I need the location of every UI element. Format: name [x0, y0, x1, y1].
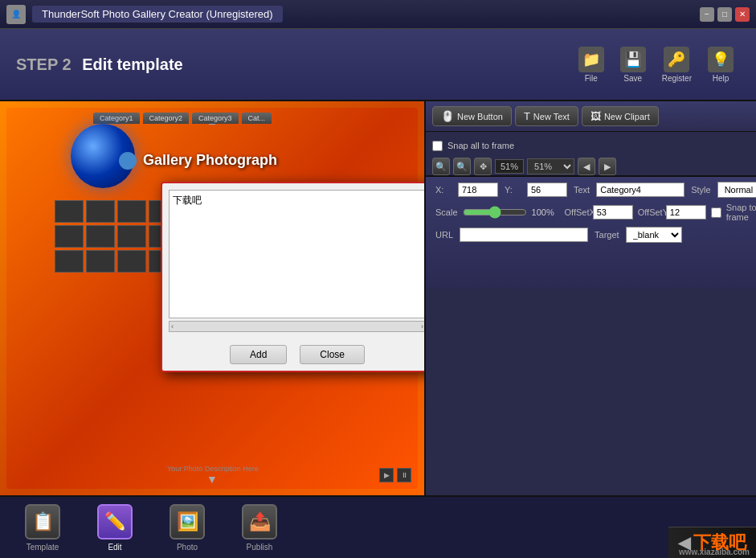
snap-to-frame-checkbox[interactable]: [711, 207, 721, 218]
step-label: Edit template: [82, 55, 183, 73]
title-bar: 👤 ThunderSoft Photo Gallery Creator (Unr…: [0, 0, 756, 29]
app-title: ThunderSoft Photo Gallery Creator (Unreg…: [32, 6, 283, 23]
text-dialog: 下载吧 ‹ › Add Close: [161, 182, 426, 372]
thumb-10[interactable]: [86, 250, 115, 273]
zoom-select[interactable]: 51% 25% 50% 75% 100%: [527, 158, 574, 174]
zoom-display: 51%: [495, 159, 524, 174]
photo-tab-label: Photo: [177, 543, 198, 552]
canvas-preview: ▲ Category1 Category2 Category3 Cat... G…: [0, 101, 426, 495]
zoom-move-icon[interactable]: ✥: [474, 158, 492, 175]
help-label: Help: [713, 74, 729, 83]
add-button[interactable]: Add: [230, 345, 287, 364]
prop-row-1: X: Y: Text Style Normal Bold Italic Bold…: [435, 182, 756, 198]
text-label: Text: [574, 185, 590, 195]
tab-publish[interactable]: 📤 Publish: [223, 501, 296, 555]
tab-category4[interactable]: Cat...: [242, 113, 272, 124]
down-arrow-icon[interactable]: ▼: [206, 473, 218, 486]
thumb-2[interactable]: [86, 200, 115, 223]
dialog-buttons: Add Close: [162, 338, 426, 371]
preview-photo-desc: Your Photo Description Here: [167, 465, 259, 473]
button-toolbar: 🖱️ New Button T New Text 🖼 New Clipart: [426, 101, 756, 132]
offsetx-label: OffSetX: [565, 207, 588, 217]
save-button[interactable]: 💾 Save: [614, 43, 652, 86]
tab-edit[interactable]: ✏️ Edit: [79, 501, 151, 555]
app-icon: 👤: [6, 5, 26, 24]
rp-top: Snap all to frame 🔒 ▲ ▼ 👁 🗑 🔍 🔍 ✥ 51%: [426, 132, 756, 175]
properties-bar: X: Y: Text Style Normal Bold Italic Bold…: [426, 175, 756, 289]
file-button[interactable]: 📁 File: [572, 43, 611, 86]
new-clipart-btn[interactable]: 🖼 New Clipart: [582, 106, 659, 126]
watermark-url: www.xiazaiba.com: [679, 548, 750, 556]
scale-slider[interactable]: [463, 206, 527, 219]
minimize-button[interactable]: −: [700, 7, 714, 22]
snap-row: Snap all to frame 🔒 ▲ ▼ 👁 🗑: [432, 137, 756, 154]
style-label: Style: [691, 185, 710, 195]
dialog-close-button[interactable]: Close: [300, 345, 365, 364]
preview-tabs: Category1 Category2 Category3 Cat...: [87, 108, 418, 124]
url-input[interactable]: [460, 228, 588, 242]
content-area: ▲ Category1 Category2 Category3 Cat... G…: [0, 101, 756, 495]
url-row: URL Target _blank _self _parent _top: [435, 227, 756, 243]
thumb-6[interactable]: [86, 225, 115, 248]
text-icon: T: [524, 110, 530, 122]
toolbar-buttons: 📁 File 💾 Save 🔑 Register 💡 Help: [572, 43, 740, 86]
edit-icon: ✏️: [97, 504, 133, 540]
zoom-in-btn[interactable]: 🔍: [432, 158, 450, 175]
thumb-5[interactable]: [55, 225, 84, 248]
thumb-1[interactable]: [55, 200, 84, 223]
clipart-icon: 🖼: [590, 110, 601, 122]
style-select[interactable]: Normal Bold Italic Bold Italic: [717, 182, 756, 198]
preview-gallery-title: Gallery Photograph: [143, 152, 277, 169]
dialog-textarea[interactable]: 下载吧: [169, 190, 426, 318]
y-label: Y:: [505, 185, 521, 195]
edit-tab-label: Edit: [108, 543, 121, 552]
target-label: Target: [595, 230, 619, 240]
x-label: X:: [435, 185, 452, 195]
play-button[interactable]: ▶: [379, 468, 394, 482]
close-button[interactable]: ✕: [735, 7, 750, 22]
x-input[interactable]: [458, 183, 498, 197]
dialog-overlay: 下载吧 ‹ › Add Close: [161, 182, 426, 372]
register-button[interactable]: 🔑 Register: [656, 43, 698, 86]
new-text-btn[interactable]: T New Text: [515, 106, 578, 126]
tab-template[interactable]: 📋 Template: [6, 501, 79, 555]
preview-bottom-controls: ▶ ⏸: [379, 468, 411, 482]
new-clipart-label: New Clipart: [604, 112, 650, 121]
help-icon: 💡: [708, 47, 734, 72]
thumb-11[interactable]: [117, 250, 146, 273]
offsety-input[interactable]: [666, 205, 706, 220]
save-label: Save: [623, 74, 642, 83]
thumb-3[interactable]: [117, 200, 146, 223]
cursor-icon: 🖱️: [441, 110, 454, 122]
zoom-prev-btn[interactable]: ◀: [578, 158, 595, 175]
text-input[interactable]: [596, 183, 684, 197]
thumb-9[interactable]: [55, 250, 84, 273]
window-controls: − □ ✕: [700, 7, 750, 22]
thumbnail-grid: [55, 200, 178, 273]
target-select[interactable]: _blank _self _parent _top: [626, 227, 682, 243]
offsety-label: OffSetY: [638, 207, 661, 217]
scale-value: 100%: [532, 207, 560, 217]
zoom-next-btn[interactable]: ▶: [599, 158, 616, 175]
y-input[interactable]: [527, 183, 567, 197]
tab-photo[interactable]: 🖼️ Photo: [151, 501, 223, 555]
step-number: STEP 2: [16, 55, 72, 73]
main-area: STEP 2 Edit template 📁 File 💾 Save 🔑 Reg…: [0, 29, 756, 558]
maximize-button[interactable]: □: [717, 7, 732, 22]
offsetx-input[interactable]: [593, 205, 633, 220]
help-button[interactable]: 💡 Help: [701, 43, 740, 86]
snap-to-frame-label: Snap to frame: [726, 203, 756, 222]
thumb-7[interactable]: [117, 225, 146, 248]
pause-button[interactable]: ⏸: [397, 468, 411, 482]
zoom-out-btn[interactable]: 🔍: [453, 158, 471, 175]
scale-label: Scale: [435, 207, 458, 217]
snap-all-checkbox[interactable]: [432, 141, 443, 151]
scroll-left-icon: ‹: [171, 322, 174, 330]
new-button-btn[interactable]: 🖱️ New Button: [432, 106, 512, 126]
tab-category2[interactable]: Category2: [143, 113, 190, 124]
tab-category3[interactable]: Category3: [192, 113, 239, 124]
photo-icon: 🖼️: [170, 504, 205, 540]
tab-category1[interactable]: Category1: [93, 113, 140, 124]
preview-gallery-icon: [119, 152, 137, 170]
right-panel: 🖱️ New Button T New Text 🖼 New Clipart: [426, 101, 756, 495]
